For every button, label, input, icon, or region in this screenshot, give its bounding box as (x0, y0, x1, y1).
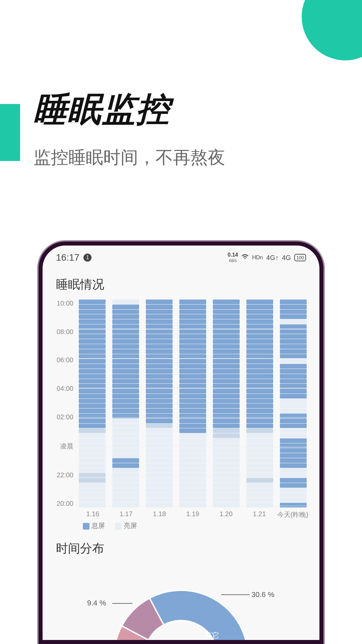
day-column (110, 300, 142, 507)
sleep-cell (112, 305, 139, 309)
sleep-cell (179, 324, 206, 329)
sleep-cell (213, 458, 240, 463)
sleep-y-axis: 10:0008:0006:0004:0002:00凌晨22:0020:00 (53, 300, 76, 507)
sleep-cell (280, 384, 307, 388)
sleep-cell (112, 438, 139, 443)
sleep-cell (146, 354, 173, 359)
sleep-cell (112, 473, 139, 478)
sleep-cell (280, 310, 307, 314)
sleep-cell (179, 424, 206, 428)
day-column (210, 300, 242, 507)
legend-off-label: 息屏 (92, 522, 105, 529)
sleep-cell (213, 339, 240, 344)
sleep-cell (79, 319, 106, 324)
sleep-cell (179, 473, 206, 478)
sleep-cell (280, 463, 307, 468)
sleep-cell (179, 503, 206, 507)
sleep-cell (112, 379, 139, 384)
sleep-cell (112, 300, 139, 304)
sleep-cell (179, 414, 206, 418)
sleep-cell (146, 394, 173, 398)
sleep-cell (213, 409, 240, 413)
sleep-cell (246, 428, 273, 433)
sleep-cell (213, 414, 240, 418)
sleep-cell (146, 364, 173, 369)
y-tick: 08:00 (53, 328, 73, 336)
sleep-cell (280, 349, 307, 354)
sleep-cell (146, 478, 173, 483)
sleep-cell (79, 384, 106, 388)
time-dist-chart[interactable]: 30.6 %9.4 %其它爱奇艺 (80, 574, 282, 640)
sleep-cell (213, 473, 240, 478)
sleep-cell (213, 443, 240, 448)
sleep-cell (280, 319, 307, 324)
sleep-cell (79, 453, 106, 458)
sleep-cell (246, 379, 273, 384)
sleep-cell (246, 503, 273, 507)
sleep-cell (79, 379, 106, 384)
phone-frame: 16:17 1 0.14 KB/S HDn 4G↑ 4G 100 (39, 241, 323, 644)
sleep-cell (79, 503, 106, 507)
sleep-cell (112, 384, 139, 388)
sleep-cell (79, 498, 106, 502)
day-column (244, 300, 276, 507)
sleep-cell (112, 394, 139, 398)
sleep-cell (179, 478, 206, 483)
sleep-cell (213, 463, 240, 468)
wifi-icon (241, 254, 249, 262)
sleep-cell (280, 369, 307, 374)
sleep-cell (246, 419, 273, 423)
sleep-cell (213, 359, 240, 364)
sleep-cell (112, 503, 139, 507)
sleep-cell (79, 369, 106, 374)
donut-label: 其它 (204, 631, 219, 640)
sleep-cell (280, 498, 307, 502)
sleep-section-title: 睡眠情况 (43, 266, 319, 300)
sleep-cell (112, 399, 139, 404)
sleep-cell (246, 354, 273, 359)
y-tick: 22:00 (53, 471, 73, 479)
sleep-cell (213, 428, 240, 433)
sleep-cell (280, 324, 307, 329)
sleep-cell (79, 349, 106, 354)
sleep-cell (146, 488, 173, 493)
sleep-cell (79, 374, 106, 379)
sleep-cell (146, 424, 173, 428)
sleep-cell (246, 443, 273, 448)
sleep-cell (246, 468, 273, 473)
sleep-cell (213, 503, 240, 507)
sleep-cell (179, 364, 206, 369)
sleep-cell (112, 354, 139, 359)
sleep-cell (79, 473, 106, 478)
sleep-cell (146, 438, 173, 443)
sleep-cell (112, 424, 139, 428)
sleep-cell (112, 344, 139, 349)
sleep-cell (179, 483, 206, 488)
sleep-cell (280, 354, 307, 359)
decorative-corner (302, 0, 362, 60)
sleep-cell (79, 458, 106, 463)
sleep-cell (246, 344, 273, 349)
sleep-cell (246, 399, 273, 404)
sleep-cell (179, 314, 206, 319)
sleep-cell (112, 409, 139, 413)
sleep-cell (179, 493, 206, 497)
sleep-cell (179, 389, 206, 393)
sleep-cell (146, 409, 173, 413)
notification-count-icon: 1 (83, 254, 92, 262)
sleep-cell (179, 438, 206, 443)
sleep-cell (79, 433, 106, 438)
sleep-cell (246, 329, 273, 334)
sleep-cell (79, 414, 106, 418)
x-tick: 1.20 (209, 510, 243, 519)
sleep-cell (146, 379, 173, 384)
day-column (277, 300, 309, 507)
sleep-cell (246, 463, 273, 468)
sleep-cell (280, 305, 307, 309)
sleep-cell (79, 324, 106, 329)
sleep-cell (246, 478, 273, 483)
sleep-chart[interactable]: 10:0008:0006:0004:0002:00凌晨22:0020:00 (43, 300, 319, 507)
leader-line (221, 594, 250, 595)
legend-swatch-off-icon (83, 523, 89, 530)
sleep-cell (179, 319, 206, 324)
